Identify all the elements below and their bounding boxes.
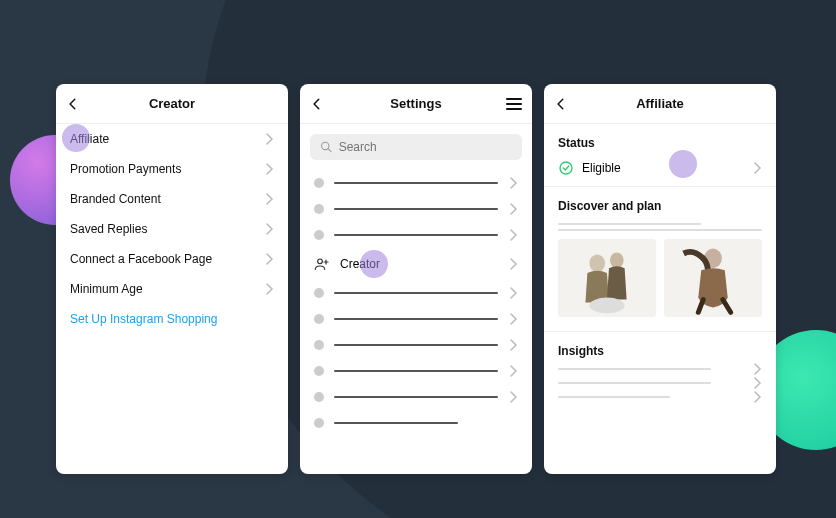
hamburger-menu[interactable] (506, 97, 522, 111)
discover-label: Discover and plan (544, 187, 776, 217)
list-item[interactable] (300, 410, 532, 436)
person-add-icon (314, 256, 330, 272)
list-item[interactable] (300, 358, 532, 384)
svg-point-10 (589, 254, 605, 272)
row-saved-replies[interactable]: Saved Replies (56, 214, 288, 244)
svg-point-8 (560, 162, 572, 174)
list-item[interactable] (300, 332, 532, 358)
list-item[interactable] (300, 222, 532, 248)
chevron-left-icon (554, 97, 568, 111)
chevron-right-icon (754, 377, 762, 389)
hamburger-icon (506, 97, 522, 111)
list-item[interactable] (300, 170, 532, 196)
row-promotion-payments[interactable]: Promotion Payments (56, 154, 288, 184)
chevron-right-icon (510, 391, 518, 403)
back-button[interactable] (310, 97, 324, 111)
highlight-indicator (669, 150, 697, 178)
svg-point-5 (318, 259, 323, 264)
chevron-right-icon (510, 313, 518, 325)
search-bar[interactable] (310, 134, 522, 160)
page-title: Creator (149, 96, 195, 111)
creator-list: Affiliate Promotion Payments Branded Con… (56, 124, 288, 474)
insight-item[interactable] (544, 362, 776, 376)
row-branded-content[interactable]: Branded Content (56, 184, 288, 214)
row-connect-facebook[interactable]: Connect a Facebook Page (56, 244, 288, 274)
status-row[interactable]: Eligible (544, 154, 776, 186)
chevron-right-icon (510, 287, 518, 299)
svg-point-12 (589, 298, 624, 314)
list-item[interactable] (300, 280, 532, 306)
row-label: Connect a Facebook Page (70, 252, 212, 266)
chevron-right-icon (266, 133, 274, 145)
row-label: Saved Replies (70, 222, 147, 236)
row-minimum-age[interactable]: Minimum Age (56, 274, 288, 304)
row-label: Promotion Payments (70, 162, 181, 176)
row-label: Branded Content (70, 192, 161, 206)
svg-point-11 (610, 253, 624, 269)
header-affiliate: Affiliate (544, 84, 776, 124)
insight-item[interactable] (544, 376, 776, 390)
row-label: Minimum Age (70, 282, 143, 296)
chevron-right-icon (266, 163, 274, 175)
search-icon (320, 140, 333, 154)
chevron-right-icon (510, 365, 518, 377)
chevron-right-icon (266, 223, 274, 235)
row-creator[interactable]: Creator (300, 248, 532, 280)
list-item[interactable] (300, 384, 532, 410)
chevron-right-icon (754, 162, 762, 174)
row-affiliate[interactable]: Affiliate (56, 124, 288, 154)
list-item[interactable] (300, 306, 532, 332)
chevron-left-icon (66, 97, 80, 111)
thumbnail-2[interactable] (664, 239, 762, 317)
phone-settings: Settings (300, 84, 532, 474)
chevron-right-icon (754, 391, 762, 403)
chevron-right-icon (510, 203, 518, 215)
header-settings: Settings (300, 84, 532, 124)
chevron-right-icon (266, 253, 274, 265)
thumbnail-1[interactable] (558, 239, 656, 317)
row-setup-shopping[interactable]: Set Up Instagram Shopping (56, 304, 288, 334)
chevron-right-icon (266, 193, 274, 205)
svg-line-4 (328, 149, 331, 152)
affiliate-content: Status Eligible Discover and plan (544, 124, 776, 474)
search-input[interactable] (339, 140, 512, 154)
fashion-image-icon (664, 239, 762, 317)
list-item[interactable] (300, 196, 532, 222)
chevron-right-icon (510, 339, 518, 351)
status-label: Status (544, 124, 776, 154)
row-label: Creator (340, 257, 380, 271)
chevron-right-icon (510, 229, 518, 241)
page-title: Settings (390, 96, 441, 111)
back-button[interactable] (66, 97, 80, 111)
phone-creator: Creator Affiliate Promotion Payments Bra… (56, 84, 288, 474)
discover-thumbs (544, 231, 776, 325)
row-label: Set Up Instagram Shopping (70, 312, 217, 326)
check-circle-icon (558, 160, 574, 176)
fashion-image-icon (558, 239, 656, 317)
phone-affiliate: Affiliate Status Eligible Discover and p… (544, 84, 776, 474)
row-label: Affiliate (70, 132, 109, 146)
chevron-right-icon (754, 363, 762, 375)
discover-skeleton (544, 217, 776, 231)
chevron-right-icon (510, 258, 518, 270)
chevron-left-icon (310, 97, 324, 111)
insight-item[interactable] (544, 390, 776, 404)
chevron-right-icon (266, 283, 274, 295)
settings-list: Creator (300, 170, 532, 474)
header-creator: Creator (56, 84, 288, 124)
chevron-right-icon (510, 177, 518, 189)
page-title: Affiliate (636, 96, 684, 111)
status-value: Eligible (582, 161, 621, 175)
insights-label: Insights (544, 332, 776, 362)
back-button[interactable] (554, 97, 568, 111)
